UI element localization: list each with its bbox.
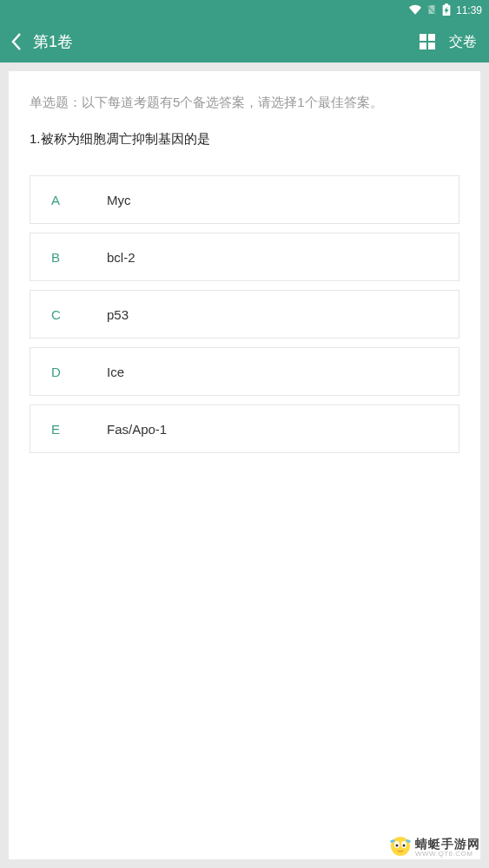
option-c[interactable]: C p53 xyxy=(30,290,459,339)
question-body: 被称为细胞凋亡抑制基因的是 xyxy=(41,131,210,146)
page-title: 第1卷 xyxy=(33,31,420,52)
battery-charging-icon xyxy=(442,3,451,18)
option-d[interactable]: D Ice xyxy=(30,347,459,396)
wifi-icon xyxy=(409,3,421,18)
watermark-main: 蜻蜓手游网 xyxy=(415,838,480,851)
svg-rect-2 xyxy=(420,43,426,49)
question-text: 1.被称为细胞凋亡抑制基因的是 xyxy=(30,128,459,149)
watermark: 蜻蜓手游网 WWW.QT6.COM xyxy=(389,835,480,861)
svg-point-7 xyxy=(396,845,399,847)
app-header: 第1卷 交卷 xyxy=(0,21,489,62)
svg-rect-3 xyxy=(428,43,435,49)
content-wrapper: 单选题：以下每道考题有5个备选答案，请选择1个最佳答案。 1.被称为细胞凋亡抑制… xyxy=(0,62,489,868)
question-number: 1. xyxy=(30,131,41,146)
option-text: Myc xyxy=(107,193,131,207)
no-sim-icon xyxy=(426,4,437,17)
option-letter: A xyxy=(30,193,107,207)
option-text: Fas/Apo-1 xyxy=(107,422,167,437)
option-text: bcl-2 xyxy=(107,250,135,265)
options-list: A Myc B bcl-2 C p53 D Ice E Fas/Apo-1 xyxy=(30,175,459,453)
option-text: p53 xyxy=(107,307,129,322)
watermark-sub: WWW.QT6.COM xyxy=(415,851,472,858)
question-card: 单选题：以下每道考题有5个备选答案，请选择1个最佳答案。 1.被称为细胞凋亡抑制… xyxy=(9,71,480,859)
option-b[interactable]: B bcl-2 xyxy=(30,233,459,281)
status-bar: 11:39 xyxy=(0,0,489,21)
option-letter: B xyxy=(30,250,107,265)
svg-rect-0 xyxy=(420,34,426,41)
option-letter: D xyxy=(30,365,107,379)
svg-rect-1 xyxy=(428,34,435,41)
option-a[interactable]: A Myc xyxy=(30,175,459,224)
status-time: 11:39 xyxy=(456,4,482,16)
option-e[interactable]: E Fas/Apo-1 xyxy=(30,404,459,453)
dragonfly-logo-icon xyxy=(389,835,412,861)
back-icon[interactable] xyxy=(10,32,23,51)
watermark-text: 蜻蜓手游网 WWW.QT6.COM xyxy=(415,838,480,858)
svg-point-8 xyxy=(403,845,406,847)
grid-icon[interactable] xyxy=(420,34,435,49)
submit-button[interactable]: 交卷 xyxy=(449,33,477,51)
option-text: Ice xyxy=(107,365,124,379)
option-letter: C xyxy=(30,307,107,322)
option-letter: E xyxy=(30,422,107,437)
instruction-text: 单选题：以下每道考题有5个备选答案，请选择1个最佳答案。 xyxy=(30,92,459,113)
